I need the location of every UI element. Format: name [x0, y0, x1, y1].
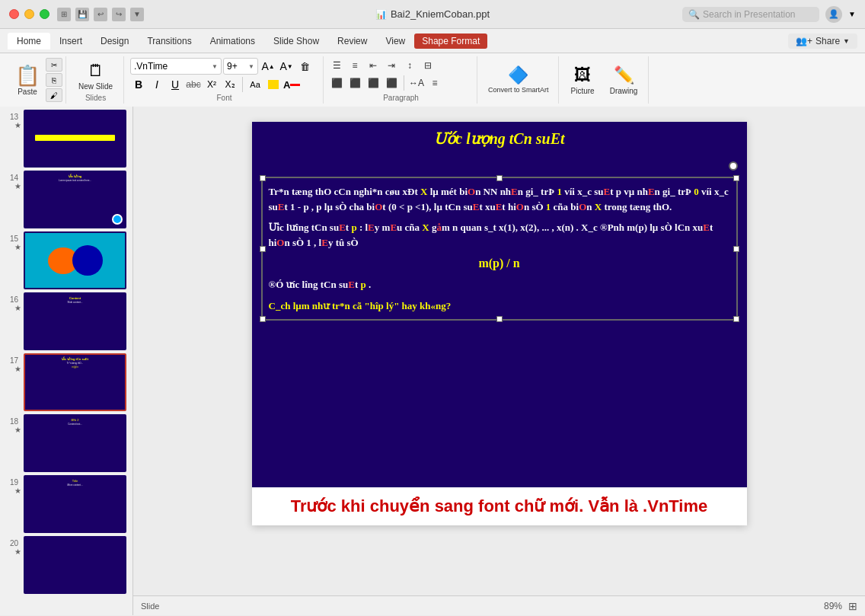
list-item[interactable]: 15 ★ — [3, 231, 129, 289]
text-box[interactable]: Tr*n tæng thO cCn nghi*n cøu xÐt X lµ mé… — [261, 177, 738, 321]
slide-paragraph-1: Tr*n tæng thO cCn nghi*n cøu xÐt X lµ mé… — [269, 184, 730, 214]
handle-top-right[interactable] — [733, 175, 739, 181]
slide-preview-13[interactable] — [24, 110, 126, 168]
columns-button[interactable]: ⊟ — [420, 58, 436, 73]
change-case-button[interactable]: Aa — [247, 77, 263, 92]
slide-star: ★ — [14, 121, 21, 129]
handle-mid-left[interactable] — [260, 246, 266, 252]
sidebar-toggle-icon[interactable]: ⊞ — [57, 8, 71, 21]
slide-number: 17 — [3, 353, 18, 365]
shrink-font-button[interactable]: A▼ — [278, 59, 295, 74]
bold-button[interactable]: B — [130, 77, 147, 92]
slide-preview-20[interactable] — [24, 536, 126, 594]
share-button[interactable]: 👥+ Share ▼ — [788, 34, 857, 49]
text-direction-button[interactable]: ↔A — [408, 75, 425, 91]
font-size-arrow: ▼ — [248, 63, 254, 70]
slide-body[interactable]: Tr*n tæng thO cCn nghi*n cøu xÐt X lµ mé… — [252, 154, 747, 487]
new-slide-button[interactable]: 🗒 New Slide — [72, 58, 119, 94]
italic-button[interactable]: I — [148, 77, 165, 92]
tab-animations[interactable]: Animations — [201, 33, 264, 49]
list-item[interactable]: 17 ★ Ưíc lưîng tCn suEt Tr*n tæng thO...… — [3, 353, 129, 411]
font-size-select[interactable]: 9+ ▼ — [223, 58, 258, 75]
tab-review[interactable]: Review — [328, 33, 376, 49]
list-item[interactable]: 19 ★ Title More content... — [3, 475, 129, 533]
tab-transitions[interactable]: Transitions — [138, 33, 200, 49]
traffic-lights — [9, 9, 49, 19]
justify-button[interactable]: ⬛ — [383, 75, 400, 91]
decrease-indent-button[interactable]: ⇤ — [365, 58, 381, 73]
slide-preview-18[interactable]: BNi 2 Content text... — [24, 414, 126, 472]
list-item[interactable]: 14 ★ Ưíc lưîng Lorem ipsum text content … — [3, 171, 129, 228]
bullets-button[interactable]: ☰ — [328, 58, 345, 73]
search-box[interactable]: 🔍 Search in Presentation — [682, 7, 819, 22]
undo-icon[interactable]: ↩ — [94, 8, 107, 21]
superscript-button[interactable]: X² — [203, 77, 220, 92]
underline-button[interactable]: U — [167, 77, 184, 92]
user-avatar[interactable]: 👤 — [825, 6, 842, 23]
numbered-list-button[interactable]: ≡ — [346, 58, 363, 73]
slide-paragraph-4: C_ch lµm như tr*n cã "hîp lý" hay kh«ng? — [269, 298, 730, 314]
customize-icon[interactable]: ▼ — [130, 8, 144, 21]
tab-shape-format[interactable]: Shape Format — [414, 34, 487, 49]
handle-top-mid[interactable] — [496, 175, 503, 181]
list-item[interactable]: 16 ★ Content Slide content... — [3, 292, 129, 350]
slide-preview-16[interactable]: Content Slide content... — [24, 292, 126, 350]
cut-button[interactable]: ✂ — [46, 58, 62, 72]
ribbon-tabs: Home Insert Design Transitions Animation… — [0, 29, 865, 53]
paste-button[interactable]: 📋 Paste — [9, 62, 46, 98]
copy-button[interactable]: ⎘ — [46, 73, 62, 87]
list-item[interactable]: 13 ★ — [3, 110, 129, 168]
maximize-button[interactable] — [40, 9, 49, 19]
align-right-button[interactable]: ⬛ — [365, 75, 381, 91]
drawing-button[interactable]: ✏️ Drawing — [604, 60, 644, 100]
subscript-button[interactable]: X₂ — [222, 77, 238, 92]
chevron-down-icon[interactable]: ▼ — [848, 10, 856, 18]
save-icon[interactable]: 💾 — [75, 8, 89, 21]
clear-formatting-button[interactable]: 🗑 — [296, 59, 313, 74]
tab-slideshow[interactable]: Slide Show — [264, 33, 328, 49]
align-center-button[interactable]: ⬛ — [346, 75, 363, 91]
tab-view[interactable]: View — [376, 33, 414, 49]
slide-preview-19[interactable]: Title More content... — [24, 475, 126, 533]
highlight-color-button[interactable] — [265, 77, 282, 92]
convert-smartart-group: 🔷 Convert to SmartArt — [479, 56, 559, 104]
handle-bottom-left[interactable] — [260, 316, 266, 322]
convert-to-smartart-button[interactable]: 🔷 Convert to SmartArt — [485, 62, 552, 97]
slide-number: 13 — [3, 110, 18, 121]
font-name-arrow: ▼ — [212, 63, 218, 70]
align-left-button[interactable]: ⬛ — [328, 75, 345, 91]
tab-home[interactable]: Home — [8, 33, 50, 49]
strikethrough-button[interactable]: abc — [185, 77, 202, 92]
minimize-button[interactable] — [24, 9, 34, 19]
tab-insert[interactable]: Insert — [50, 33, 91, 49]
slide-preview-15[interactable] — [24, 231, 126, 289]
paragraph-group: ☰ ≡ ⇤ ⇥ ↕ ⊟ ⬛ ⬛ ⬛ ⬛ ↔A ≡ Paragraph — [325, 56, 477, 104]
slide-title: Ước lượng tCn suEt — [252, 122, 747, 154]
increase-indent-button[interactable]: ⇥ — [383, 58, 400, 73]
line-spacing-button[interactable]: ↕ — [401, 58, 418, 73]
clipboard-group: 📋 Paste ✂ ⎘ 🖌 — [6, 56, 66, 104]
slide-preview-14[interactable]: Ưíc lưîng Lorem ipsum text content here.… — [24, 171, 126, 228]
close-button[interactable] — [9, 9, 19, 19]
redo-icon[interactable]: ↪ — [112, 8, 126, 21]
rotate-handle[interactable] — [729, 161, 738, 171]
slide-number: 20 — [3, 536, 18, 547]
tab-design[interactable]: Design — [91, 33, 138, 49]
divider — [404, 75, 404, 91]
font-name-select[interactable]: .VnTime ▼ — [130, 58, 222, 75]
format-painter-button[interactable]: 🖌 — [46, 88, 62, 102]
handle-mid-right[interactable] — [733, 246, 739, 252]
handle-top-left[interactable] — [260, 175, 266, 181]
handle-bottom-right[interactable] — [733, 316, 739, 322]
font-color-button[interactable]: A — [283, 77, 300, 92]
paragraph-group-label: Paragraph — [328, 94, 474, 102]
list-item[interactable]: 20 ★ — [3, 536, 129, 594]
grow-font-button[interactable]: A▲ — [260, 59, 276, 74]
align-text-button[interactable]: ≡ — [426, 75, 443, 91]
handle-bottom-mid[interactable] — [496, 316, 503, 322]
slide-preview-17[interactable]: Ưíc lưîng tCn suEt Tr*n tæng thO... m(p)… — [24, 353, 126, 411]
paste-icon: 📋 — [15, 64, 40, 88]
picture-button[interactable]: 🖼 Picture — [565, 60, 601, 100]
fit-window-button[interactable]: ⊞ — [848, 600, 857, 612]
list-item[interactable]: 18 ★ BNi 2 Content text... — [3, 414, 129, 472]
